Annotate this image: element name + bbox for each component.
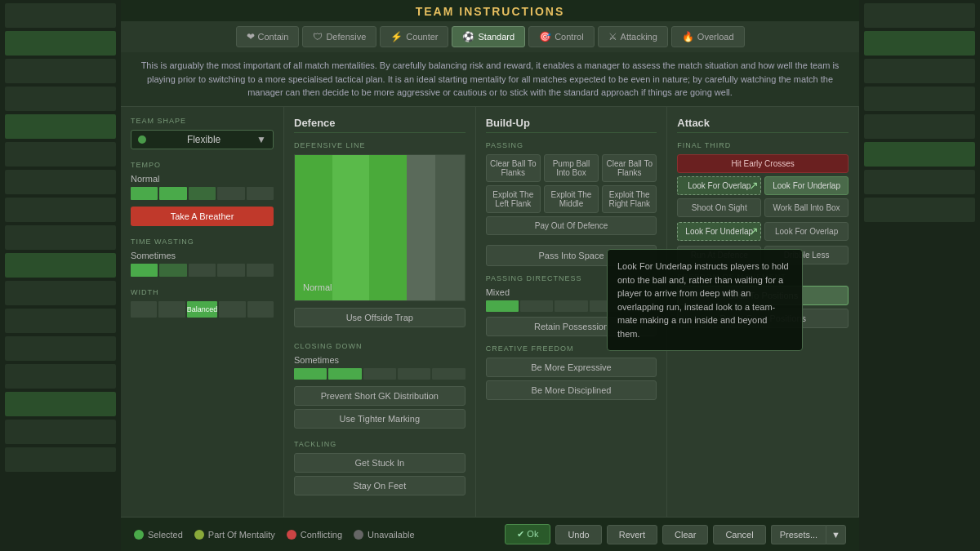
tempo-seg-1 <box>131 187 158 200</box>
clear-button[interactable]: Clear <box>662 525 708 544</box>
sidebar-item-12 <box>5 309 116 333</box>
presets-main-btn[interactable]: Presets... <box>771 525 826 544</box>
closing-down-label: CLOSING DOWN <box>294 342 466 350</box>
team-shape-dropdown[interactable]: Flexible ▼ <box>131 130 274 149</box>
overload-icon: 🔥 <box>682 31 694 42</box>
passing-cell-5[interactable]: Exploit The Middle <box>544 185 599 213</box>
look-overlap-btn[interactable]: Look For Overlap ↗ <box>677 176 761 195</box>
sidebar-item-6 <box>5 142 116 167</box>
look-underlap-btn[interactable]: Look For Underlap <box>764 176 849 195</box>
passing-cell-7[interactable]: Pay Out Of Defence <box>486 216 657 235</box>
work-ball-btn[interactable]: Work Ball Into Box <box>764 198 849 217</box>
w-seg-3: Balanced <box>187 301 218 318</box>
undo-button[interactable]: Undo <box>555 525 601 544</box>
tab-overload[interactable]: 🔥 Overload <box>671 26 745 47</box>
cancel-button[interactable]: Cancel <box>713 525 765 544</box>
sidebar-item-2 <box>5 31 116 56</box>
passing-cell-6[interactable]: Exploit The Right Flank <box>602 185 657 213</box>
sidebar-item-4 <box>5 87 116 111</box>
tab-control[interactable]: 🎯 Control <box>528 26 594 47</box>
sidebar-item-14 <box>5 364 116 389</box>
width-slider[interactable]: Balanced <box>131 301 274 318</box>
tempo-slider[interactable] <box>131 187 274 200</box>
tab-counter[interactable]: ⚡ Counter <box>380 26 448 47</box>
width-section: WIDTH Balanced <box>131 288 274 318</box>
panel-header: TEAM INSTRUCTIONS <box>121 0 859 21</box>
w-seg-4 <box>219 301 245 318</box>
tempo-seg-4 <box>217 187 244 200</box>
cd-seg-1 <box>294 368 327 380</box>
defence-header: Defence <box>294 117 466 133</box>
shoot-sight-label: Shoot On Sight <box>692 203 747 212</box>
sidebar-right-item-6 <box>864 142 975 167</box>
tab-contain[interactable]: ❤ Contain <box>236 26 300 47</box>
presets-arrow-btn[interactable]: ▼ <box>826 525 846 544</box>
dr-seg-1 <box>486 300 519 312</box>
time-wasting-slider[interactable] <box>131 264 274 277</box>
time-wasting-value: Sometimes <box>131 251 274 260</box>
passing-cell-4[interactable]: Exploit The Left Flank <box>486 185 541 213</box>
get-stuck-btn[interactable]: Get Stuck In <box>294 453 466 473</box>
time-wasting-section: TIME WASTING Sometimes <box>131 238 274 277</box>
sidebar-right-item-7 <box>864 170 975 194</box>
sidebar-item-5 <box>5 114 116 139</box>
sidebar-right-item-5 <box>864 114 975 139</box>
selected-dot <box>134 530 144 540</box>
look-underlap-label: Look For Underlap <box>773 181 840 190</box>
tackling-label: TACKLING <box>294 440 466 448</box>
look-underlap2-label: Look For Underlap <box>685 227 753 236</box>
attacking-icon: ⚔ <box>608 31 617 42</box>
footer-bar: Selected Part Of Mentality Conflicting U… <box>121 517 859 551</box>
attack-header: Attack <box>677 117 849 133</box>
hit-early-btn[interactable]: Hit Early Crosses <box>677 154 849 173</box>
expressive-btn[interactable]: Be More Expressive <box>486 358 657 377</box>
tab-defensive[interactable]: 🛡 Defensive <box>302 26 376 47</box>
def-col-1 <box>295 155 332 300</box>
offside-trap-btn[interactable]: Use Offside Trap <box>294 308 466 327</box>
tab-counter-label: Counter <box>406 32 438 42</box>
disciplined-btn[interactable]: Be More Disciplined <box>486 380 657 400</box>
sidebar-item-7 <box>5 170 116 194</box>
tab-attacking-label: Attacking <box>621 32 657 42</box>
sidebar-right <box>859 0 980 551</box>
tab-standard[interactable]: ⚽ Standard <box>452 26 525 47</box>
mentality-dot <box>194 530 204 540</box>
tooltip-box: Look For Underlap instructs players to h… <box>607 249 803 351</box>
shoot-sight-btn[interactable]: Shoot On Sight <box>677 198 761 217</box>
look-underlap2-btn[interactable]: Look For Underlap ↗ <box>677 222 761 241</box>
closing-down-value: Sometimes <box>294 355 466 365</box>
contain-icon: ❤ <box>247 31 255 42</box>
legend-conflicting: Conflicting <box>287 530 342 540</box>
tab-attacking[interactable]: ⚔ Attacking <box>598 26 668 47</box>
tempo-value: Normal <box>131 174 274 184</box>
w-seg-1 <box>131 301 157 318</box>
cd-seg-2 <box>328 368 361 380</box>
take-breather-btn[interactable]: Take A Breather <box>131 207 274 226</box>
closing-down-slider[interactable] <box>294 368 466 380</box>
hit-early-label: Hit Early Crosses <box>732 159 795 168</box>
stay-feet-btn[interactable]: Stay On Feet <box>294 476 466 495</box>
legend-conflicting-label: Conflicting <box>301 530 342 540</box>
prevent-gk-btn[interactable]: Prevent Short GK Distribution <box>294 386 466 406</box>
legend-unavailable-label: Unavailable <box>368 530 414 540</box>
passing-grid: Clear Ball To Flanks Pump Ball Into Box … <box>486 154 657 235</box>
tw-seg-5 <box>247 264 274 277</box>
passing-cell-3[interactable]: Clear Ball To Flanks <box>602 154 657 182</box>
tempo-seg-5 <box>247 187 274 200</box>
tighter-marking-btn[interactable]: Use Tighter Marking <box>294 409 466 429</box>
tab-control-label: Control <box>555 32 583 42</box>
passing-cell-2[interactable]: Pump Ball Into Box <box>544 154 599 182</box>
legend-mentality: Part Of Mentality <box>194 530 275 540</box>
sidebar-item-1 <box>5 3 116 28</box>
def-line-value: Normal <box>303 282 332 292</box>
tab-standard-label: Standard <box>478 32 514 42</box>
look-overlap2-btn[interactable]: Look For Overlap <box>764 222 849 241</box>
tab-defensive-label: Defensive <box>326 32 366 42</box>
revert-button[interactable]: Revert <box>607 525 657 544</box>
sidebar-item-16 <box>5 420 116 444</box>
cd-seg-4 <box>398 368 430 380</box>
unavailable-dot <box>354 530 363 540</box>
ok-button[interactable]: ✔ Ok <box>505 524 550 544</box>
passing-cell-1[interactable]: Clear Ball To Flanks <box>486 154 541 182</box>
team-shape-value: Flexible <box>187 134 220 145</box>
